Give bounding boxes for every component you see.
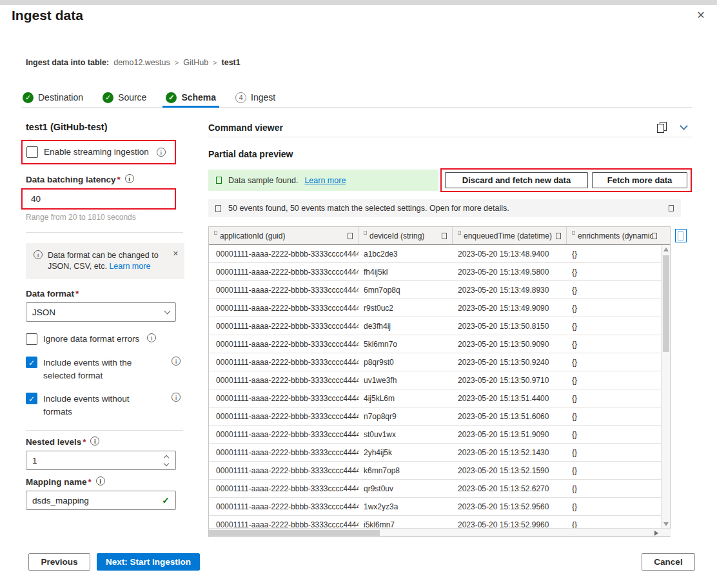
tab-label: Ingest xyxy=(251,92,275,103)
learn-more-link[interactable]: Learn more xyxy=(304,176,346,185)
wizard-tabs: Destination Source Schema 4 Ingest xyxy=(21,88,692,108)
column-header-label: enqueuedTime (datetime) xyxy=(464,231,552,240)
scroll-down-icon[interactable] xyxy=(663,522,669,526)
table-cell: {} xyxy=(567,444,662,461)
table-row[interactable]: 00001111-aaaa-2222-bbbb-3333cccc4444a1bc… xyxy=(209,245,662,263)
info-icon[interactable] xyxy=(172,357,181,366)
info-icon[interactable] xyxy=(172,393,181,402)
nested-levels-spinner[interactable]: 1 xyxy=(26,451,176,470)
tab-schema[interactable]: Schema xyxy=(164,88,217,107)
table-row[interactable]: 00001111-aaaa-2222-bbbb-3333cccc4444fh4i… xyxy=(209,263,662,281)
tab-ingest[interactable]: 4 Ingest xyxy=(234,88,277,107)
chevron-down-icon[interactable] xyxy=(164,460,169,466)
column-header[interactable]: deviceId (string) xyxy=(358,227,453,244)
include-without-format-checkbox[interactable] xyxy=(26,393,37,404)
events-summary-bar[interactable]: 50 events found, 50 events match the sel… xyxy=(208,199,681,217)
mapping-name-label: Mapping name* xyxy=(26,476,184,487)
info-icon[interactable] xyxy=(125,174,134,183)
spinner-buttons[interactable] xyxy=(164,456,170,466)
column-menu-icon[interactable] xyxy=(348,233,353,239)
include-with-format-checkbox[interactable] xyxy=(26,357,37,368)
close-icon[interactable] xyxy=(694,8,708,23)
copy-icon[interactable] xyxy=(657,122,667,133)
cancel-button[interactable]: Cancel xyxy=(642,553,695,571)
info-icon[interactable] xyxy=(90,436,99,446)
check-circle-icon xyxy=(166,92,177,103)
divider xyxy=(26,232,183,233)
info-icon[interactable] xyxy=(157,148,166,157)
chevron-down-icon[interactable] xyxy=(680,122,688,130)
table-cell: {} xyxy=(567,498,662,515)
table-row[interactable]: 00001111-aaaa-2222-bbbb-3333cccc4444st0u… xyxy=(209,426,662,444)
column-type-icon xyxy=(364,231,367,235)
column-menu-icon[interactable] xyxy=(652,233,657,239)
table-cell: 1wx2yz3a xyxy=(358,498,453,515)
table-row[interactable]: 00001111-aaaa-2222-bbbb-3333cccc44444ij5… xyxy=(209,389,662,407)
table-row[interactable]: 00001111-aaaa-2222-bbbb-3333cccc4444p8qr… xyxy=(209,353,662,371)
column-type-icon xyxy=(214,231,217,235)
table-cell: 2023-05-20 15:13:50.9090 xyxy=(453,335,567,353)
table-row[interactable]: 00001111-aaaa-2222-bbbb-3333cccc44441wx2… xyxy=(209,498,662,516)
table-cell: {} xyxy=(567,426,662,443)
step-number-icon: 4 xyxy=(235,92,246,103)
fetch-more-data-button[interactable]: Fetch more data xyxy=(592,172,687,188)
breadcrumb: Ingest data into table: demo12.westus > … xyxy=(26,58,241,67)
breadcrumb-database: GitHub xyxy=(183,58,208,67)
table-row[interactable]: 00001111-aaaa-2222-bbbb-3333cccc44442yh4… xyxy=(209,444,662,462)
check-circle-icon xyxy=(103,92,113,103)
info-icon[interactable] xyxy=(96,476,105,485)
format-info-text: Data format can be changed to JSON, CSV,… xyxy=(48,250,162,272)
table-cell: {} xyxy=(567,335,662,353)
batching-latency-label: Data batching latency* xyxy=(26,174,184,184)
table-row[interactable]: 00001111-aaaa-2222-bbbb-3333cccc4444i5kl… xyxy=(209,516,662,529)
table-cell: 00001111-aaaa-2222-bbbb-3333cccc4444 xyxy=(209,389,358,407)
table-cell: 00001111-aaaa-2222-bbbb-3333cccc4444 xyxy=(209,335,358,353)
next-start-ingestion-button[interactable]: Next: Start ingestion xyxy=(97,553,200,571)
column-header[interactable]: enrichments (dynamic) xyxy=(567,227,662,244)
scroll-up-icon[interactable] xyxy=(663,248,669,251)
table-row[interactable]: 00001111-aaaa-2222-bbbb-3333cccc4444uv1w… xyxy=(209,371,662,389)
batching-latency-helper: Range from 20 to 1810 seconds xyxy=(26,213,184,222)
table-cell: 00001111-aaaa-2222-bbbb-3333cccc4444 xyxy=(209,516,358,529)
tab-source[interactable]: Source xyxy=(101,88,148,107)
enable-streaming-checkbox[interactable] xyxy=(26,146,38,158)
table-row[interactable]: 00001111-aaaa-2222-bbbb-3333cccc4444r9st… xyxy=(209,299,662,317)
info-icon[interactable] xyxy=(147,333,156,342)
vertical-scrollbar[interactable] xyxy=(661,245,670,529)
horizontal-scrollbar[interactable] xyxy=(209,528,671,536)
tab-destination[interactable]: Destination xyxy=(21,88,84,107)
table-cell: qr9st0uv xyxy=(358,480,453,497)
batching-latency-input[interactable]: 40 xyxy=(21,188,176,210)
ignore-errors-checkbox[interactable] xyxy=(26,333,37,345)
table-cell: 2023-05-20 15:13:49.8930 xyxy=(453,281,567,299)
column-menu-icon[interactable] xyxy=(442,233,447,239)
discard-and-fetch-button[interactable]: Discard and fetch new data xyxy=(445,172,588,188)
table-cell: 2yh4ij5k xyxy=(358,444,453,461)
preview-table-body: 00001111-aaaa-2222-bbbb-3333cccc4444a1bc… xyxy=(209,245,662,529)
chevron-up-icon[interactable] xyxy=(164,455,169,460)
table-row[interactable]: 00001111-aaaa-2222-bbbb-3333cccc4444de3f… xyxy=(209,317,662,335)
mapping-name-value: dsds_mapping xyxy=(32,496,89,505)
table-row[interactable]: 00001111-aaaa-2222-bbbb-3333cccc4444n7op… xyxy=(209,407,662,426)
data-format-dropdown[interactable]: JSON xyxy=(26,302,176,322)
table-cell: fh4ij5kl xyxy=(358,263,453,280)
learn-more-link[interactable]: Learn more xyxy=(109,262,150,271)
scrollbar-thumb[interactable] xyxy=(209,530,380,536)
scrollbar-thumb[interactable] xyxy=(663,255,669,352)
table-cell: {} xyxy=(567,263,662,280)
scroll-right-icon[interactable] xyxy=(654,531,658,536)
table-row[interactable]: 00001111-aaaa-2222-bbbb-3333cccc4444k6mn… xyxy=(209,462,662,480)
table-cell: 2023-05-20 15:13:50.9710 xyxy=(453,371,567,389)
mapping-name-input[interactable]: dsds_mapping xyxy=(26,491,176,510)
expand-icon[interactable] xyxy=(669,205,674,211)
nested-levels-label: Nested levels* xyxy=(26,436,184,447)
column-menu-icon[interactable] xyxy=(556,233,561,239)
previous-button[interactable]: Previous xyxy=(28,553,90,571)
table-row[interactable]: 00001111-aaaa-2222-bbbb-3333cccc44446mn7… xyxy=(209,281,662,299)
table-row[interactable]: 00001111-aaaa-2222-bbbb-3333cccc44445kl6… xyxy=(209,335,662,353)
column-header[interactable]: applicationId (guid) xyxy=(209,227,358,244)
columns-panel-button[interactable] xyxy=(675,229,687,242)
table-row[interactable]: 00001111-aaaa-2222-bbbb-3333cccc4444qr9s… xyxy=(209,480,662,498)
close-icon[interactable] xyxy=(173,248,179,259)
column-header[interactable]: enqueuedTime (datetime) xyxy=(453,227,567,244)
